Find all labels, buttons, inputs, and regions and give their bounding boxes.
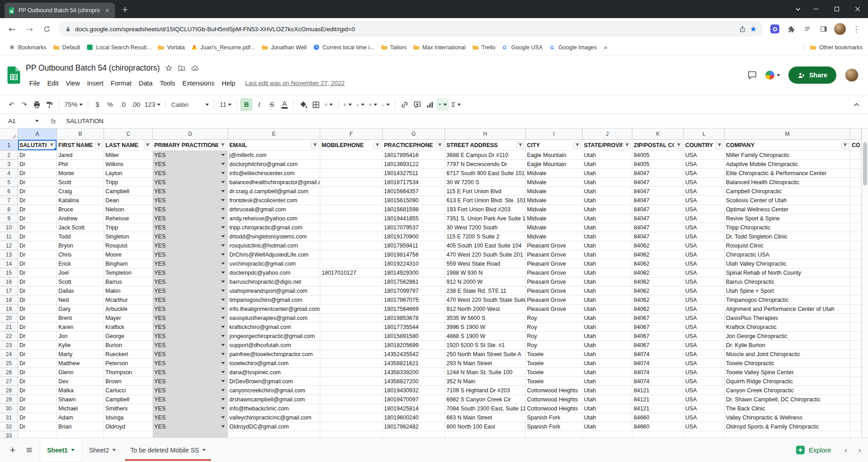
filter-icon[interactable] xyxy=(311,142,318,149)
cell[interactable]: Bruce xyxy=(57,205,104,214)
cell[interactable]: Bryon xyxy=(57,241,104,250)
bookmark-item[interactable]: Juan's_Resume.pdf... xyxy=(188,43,258,52)
cell[interactable] xyxy=(850,187,862,196)
cell[interactable]: balancedhealthchiropractor@gmail.c xyxy=(228,178,320,187)
cell[interactable]: Templeton xyxy=(104,268,153,277)
cell[interactable]: 7351 S, Union Park Ave Suite 1 xyxy=(445,214,526,223)
cell[interactable]: USA xyxy=(684,241,725,250)
select-all-corner[interactable] xyxy=(0,129,18,140)
cell[interactable]: 84005 xyxy=(632,151,684,160)
move-folder-icon[interactable] xyxy=(178,64,185,72)
cell[interactable]: Dallas xyxy=(57,286,104,295)
cell[interactable]: 84121 xyxy=(632,395,684,404)
cell[interactable]: Dr xyxy=(18,341,57,350)
cell[interactable]: Pleasant Grove xyxy=(526,277,583,286)
column-header-C[interactable]: C xyxy=(104,129,153,140)
maximize-button[interactable] xyxy=(826,0,847,18)
cell[interactable]: Utah xyxy=(583,386,632,395)
cell[interactable]: USA xyxy=(684,368,725,377)
cell[interactable]: USA xyxy=(684,359,725,368)
dropdown-arrow-icon[interactable] xyxy=(221,235,225,238)
header-cell[interactable]: PRIMARY PRACTITIONER xyxy=(153,140,228,151)
sheet-tab-menu-icon[interactable] xyxy=(202,449,206,451)
dropdown-arrow-icon[interactable] xyxy=(221,199,225,201)
cell[interactable]: Campbell xyxy=(104,395,153,404)
cell[interactable]: YES xyxy=(153,268,228,277)
row-header-30[interactable]: 30 xyxy=(0,404,18,413)
cell[interactable]: Karen xyxy=(57,323,104,332)
cell[interactable]: Dr. Shawn Campbell, DC Chiropractic xyxy=(725,395,850,404)
cell[interactable]: 84074 xyxy=(632,350,684,359)
cell[interactable]: Tripp xyxy=(104,178,153,187)
cell[interactable]: Dr xyxy=(18,413,57,422)
cell[interactable]: Scott xyxy=(57,178,104,187)
menu-data[interactable]: Data xyxy=(135,78,157,88)
cell[interactable]: Utah xyxy=(583,151,632,160)
cell[interactable]: Roy xyxy=(526,332,583,341)
cell[interactable]: 800 North 100 East xyxy=(445,422,526,431)
cell[interactable]: Dr xyxy=(18,259,57,268)
cell[interactable] xyxy=(320,422,383,431)
cell[interactable]: info@elitechirocenter.com xyxy=(228,169,320,178)
cell[interactable]: 912 North 2000 West xyxy=(445,305,526,314)
minimize-button[interactable] xyxy=(806,0,826,18)
cell[interactable]: 559 West State Road xyxy=(445,259,526,268)
cell[interactable]: Pleasant Grove xyxy=(526,295,583,305)
vertical-align-button[interactable] xyxy=(354,98,366,111)
cell[interactable] xyxy=(850,241,862,250)
scroll-right-icon[interactable]: › xyxy=(856,445,863,456)
row-header-14[interactable]: 14 xyxy=(0,259,18,268)
menu-extensions[interactable]: Extensions xyxy=(179,78,218,88)
cell[interactable] xyxy=(320,259,383,268)
cell[interactable]: Midvale xyxy=(526,205,583,214)
row-header-9[interactable]: 9 xyxy=(0,214,18,223)
dropdown-arrow-icon[interactable] xyxy=(221,163,225,165)
cell[interactable] xyxy=(850,268,862,277)
cell[interactable]: 18013693122 xyxy=(383,160,445,169)
cell[interactable]: YES xyxy=(153,377,228,386)
row-header-2[interactable]: 2 xyxy=(0,151,18,160)
cell[interactable]: Utah xyxy=(583,359,632,368)
cell[interactable]: 18017895416 xyxy=(383,151,445,160)
cell[interactable]: 30 W 7200 S xyxy=(445,178,526,187)
cell[interactable]: Dr xyxy=(18,386,57,395)
cell[interactable]: Utah xyxy=(583,232,632,241)
cell[interactable]: Oldroyd xyxy=(104,422,153,431)
cell[interactable] xyxy=(320,341,383,350)
tab-search-icon[interactable] xyxy=(790,6,806,12)
cell[interactable]: Scott xyxy=(57,277,104,286)
cell[interactable]: Utah Valley Chiropractic xyxy=(725,259,850,268)
cell[interactable]: Smithers xyxy=(104,404,153,413)
column-header-partial[interactable] xyxy=(850,129,862,140)
cell[interactable]: YES xyxy=(153,332,228,341)
cell[interactable]: Oldroyd Sports & Family Chiropractic xyxy=(725,422,850,431)
cell[interactable]: Pleasant Grove xyxy=(526,268,583,277)
cell[interactable]: 18015615090 xyxy=(383,196,445,205)
cell[interactable] xyxy=(850,305,862,314)
cell[interactable]: Tripp Chiropractic xyxy=(725,223,850,232)
cell[interactable]: Campbell xyxy=(104,187,153,196)
cell[interactable] xyxy=(850,259,862,268)
cell[interactable]: USA xyxy=(684,250,725,259)
cell[interactable]: 18015891580 xyxy=(383,332,445,341)
cell[interactable]: Brent xyxy=(57,314,104,323)
cell[interactable]: Glenn xyxy=(57,368,104,377)
decrease-decimal-button[interactable]: .0 xyxy=(117,98,129,111)
cell[interactable]: 1988 W 930 N xyxy=(445,268,526,277)
cell[interactable]: Pleasant Grove xyxy=(526,286,583,295)
bookmark-item[interactable]: Current local time i... xyxy=(310,43,378,52)
row-header-5[interactable]: 5 xyxy=(0,178,18,187)
dropdown-arrow-icon[interactable] xyxy=(221,181,225,183)
cell[interactable]: Dr xyxy=(18,368,57,377)
cell[interactable] xyxy=(320,241,383,250)
cell[interactable]: 18019600240 xyxy=(383,413,445,422)
cell[interactable]: Kraftick xyxy=(104,323,153,332)
cell[interactable]: YES xyxy=(153,151,228,160)
star-icon[interactable] xyxy=(165,65,172,72)
cell[interactable]: 1920 5200 S St Ste. #1 xyxy=(445,341,526,350)
share-page-icon[interactable] xyxy=(739,26,746,33)
header-cell[interactable]: MOBILEPHONE xyxy=(320,140,383,151)
cell[interactable] xyxy=(320,232,383,241)
cell[interactable]: Scoliosis Center of Utah xyxy=(725,196,850,205)
cell[interactable]: Spanish Fork xyxy=(526,422,583,431)
